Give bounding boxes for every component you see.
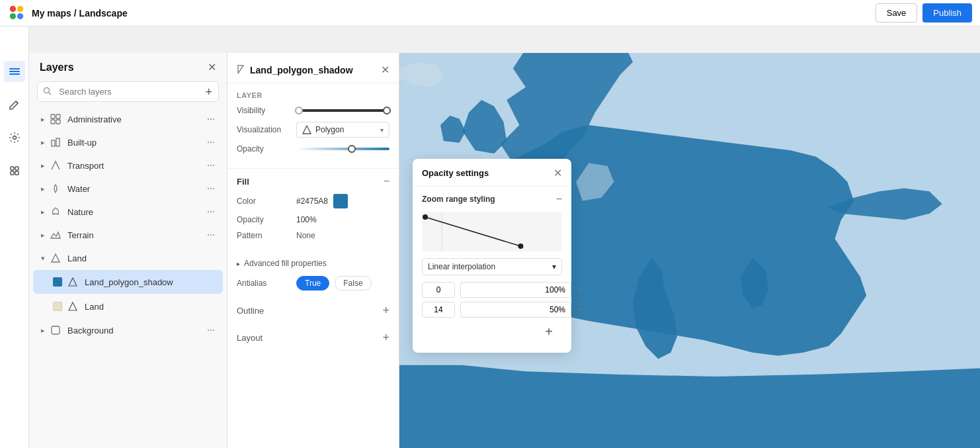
zoom-level-input-1[interactable]: [422, 302, 455, 318]
opacity-thumb[interactable]: [348, 145, 356, 153]
expand-icon: ▸: [41, 208, 45, 216]
interpolation-value: Linear interpolation: [428, 262, 495, 271]
visibility-thumb-left[interactable]: [295, 107, 303, 114]
svg-line-13: [49, 92, 52, 95]
group-icon-background: [49, 324, 62, 337]
layer-group-water[interactable]: ▸ Water ⋯: [33, 177, 223, 200]
fill-opacity-label: Opacity: [237, 215, 296, 224]
publish-button[interactable]: Publish: [922, 3, 972, 22]
popup-title: Opacity settings: [422, 168, 489, 178]
popup-header: Opacity settings ✕: [413, 159, 571, 186]
layer-more-background[interactable]: ⋯: [207, 326, 215, 335]
opacity-slider[interactable]: [296, 148, 389, 150]
layer-item-land-polygon-shadow[interactable]: Land_polygon_shadow: [33, 270, 223, 294]
layer-color-dot: [53, 277, 62, 287]
zoom-level-input-0[interactable]: [422, 282, 455, 298]
layer-item-land[interactable]: Land: [33, 294, 223, 318]
sidebar-icon-plugins[interactable]: [4, 160, 25, 181]
expand-icon: ▸: [41, 161, 45, 170]
zoom-val-input-1[interactable]: [460, 302, 571, 318]
fill-section-header[interactable]: Fill −: [227, 169, 399, 194]
fill-opacity-value: 100%: [296, 215, 317, 224]
svg-rect-16: [51, 120, 55, 124]
add-layer-button[interactable]: +: [205, 85, 212, 99]
layout-label: Layout: [237, 333, 263, 343]
svg-point-3: [17, 13, 23, 19]
map-area: Opacity settings ✕ Zoom range styling −: [399, 53, 980, 448]
svg-rect-15: [56, 114, 60, 118]
visibility-thumb-right[interactable]: [383, 107, 391, 114]
add-stop-button[interactable]: +: [545, 324, 553, 339]
advanced-fill-toggle[interactable]: ▸ Advanced fill properties: [227, 253, 399, 273]
fill-content: Color #2475A8 Opacity 100% Pattern None: [227, 194, 399, 253]
group-icon-water: [49, 182, 62, 195]
properties-panel: Land_polygon_shadow ✕ Layer Visibility V…: [227, 53, 399, 448]
interpolation-select[interactable]: Linear interpolation ▾: [422, 258, 562, 275]
outline-add-icon[interactable]: +: [382, 304, 389, 318]
visualization-select[interactable]: Polygon ▾: [296, 122, 389, 138]
group-icon-land: [49, 251, 62, 265]
zoom-toggle-icon[interactable]: −: [556, 193, 562, 205]
layer-more-administrative[interactable]: ⋯: [207, 114, 215, 124]
adv-fill-label: Advanced fill properties: [244, 259, 327, 268]
chevron-down-icon: ▾: [380, 126, 384, 134]
color-swatch[interactable]: [333, 194, 348, 208]
sidebar-icon-edit[interactable]: [4, 94, 25, 115]
topbar-right: Save Publish: [876, 3, 972, 22]
layer-name-background: Background: [67, 326, 207, 336]
prop-close-icon[interactable]: ✕: [381, 64, 389, 76]
fill-toggle-icon[interactable]: −: [384, 175, 389, 187]
search-input[interactable]: [37, 81, 219, 102]
layer-name-land-item: Land: [85, 302, 215, 312]
opacity-popup: Opacity settings ✕ Zoom range styling −: [413, 159, 571, 353]
layer-group-background[interactable]: ▸ Background ⋯: [33, 319, 223, 341]
layer-group-builtup[interactable]: ▸ Built-up ⋯: [33, 131, 223, 154]
expand-icon: ▸: [41, 115, 45, 124]
svg-rect-8: [11, 167, 14, 170]
zoom-remove-0-icon[interactable]: −: [577, 284, 583, 296]
zoom-remove-1-icon[interactable]: −: [577, 304, 583, 316]
layer-more-transport[interactable]: ⋯: [207, 161, 215, 170]
zoom-stop-row-0: −: [422, 282, 562, 298]
layer-group-land[interactable]: ▾ Land: [33, 247, 223, 269]
svg-point-1: [17, 5, 23, 11]
svg-rect-5: [9, 71, 20, 72]
layer-more-terrain[interactable]: ⋯: [207, 230, 215, 240]
sidebar-icon-layers[interactable]: [4, 61, 25, 82]
group-icon-builtup: [49, 136, 62, 149]
visibility-label: Visibility: [237, 106, 296, 115]
layer-group-transport[interactable]: ▸ Transport ⋯: [33, 154, 223, 177]
breadcrumb: My maps / Landscape: [32, 8, 128, 19]
layer-name-administrative: Administrative: [67, 114, 207, 124]
visualization-label: Visualization: [237, 125, 296, 134]
layout-add-icon[interactable]: +: [382, 331, 389, 345]
layers-close-icon[interactable]: ✕: [208, 61, 216, 73]
svg-rect-11: [15, 171, 19, 175]
antialias-true-button[interactable]: True: [296, 276, 329, 291]
expand-icon: ▾: [41, 254, 45, 263]
zoom-val-input-0[interactable]: [460, 282, 571, 298]
expand-icon: ▸: [41, 326, 45, 335]
layer-group-terrain[interactable]: ▸ Terrain ⋯: [33, 224, 223, 246]
layer-name-water: Water: [67, 184, 207, 194]
sublayer-icon-land: [66, 300, 79, 313]
prop-section-fill: Fill − Color #2475A8 Opacity 100%: [227, 169, 399, 253]
save-button[interactable]: Save: [876, 3, 918, 22]
layer-more-builtup[interactable]: ⋯: [207, 138, 215, 147]
layout-section[interactable]: Layout +: [227, 324, 399, 351]
layers-list: ▸ Administrative ⋯ ▸ Built-up ⋯ ▸: [29, 107, 227, 448]
prop-section-label-layer: Layer: [237, 91, 389, 99]
sidebar-icon-settings[interactable]: [4, 127, 25, 148]
back-icon[interactable]: [237, 64, 246, 75]
interp-chevron-icon: ▾: [552, 262, 556, 271]
layer-more-water[interactable]: ⋯: [207, 184, 215, 193]
layer-group-administrative[interactable]: ▸ Administrative ⋯: [33, 108, 223, 130]
layer-group-nature[interactable]: ▸ Nature ⋯: [33, 201, 223, 223]
svg-point-2: [10, 13, 16, 19]
layer-more-nature[interactable]: ⋯: [207, 207, 215, 216]
popup-zoom-header: Zoom range styling −: [422, 193, 562, 205]
visibility-slider[interactable]: [296, 109, 389, 112]
antialias-false-button[interactable]: False: [335, 276, 371, 291]
popup-close-icon[interactable]: ✕: [553, 167, 562, 179]
outline-section[interactable]: Outline +: [227, 297, 399, 324]
